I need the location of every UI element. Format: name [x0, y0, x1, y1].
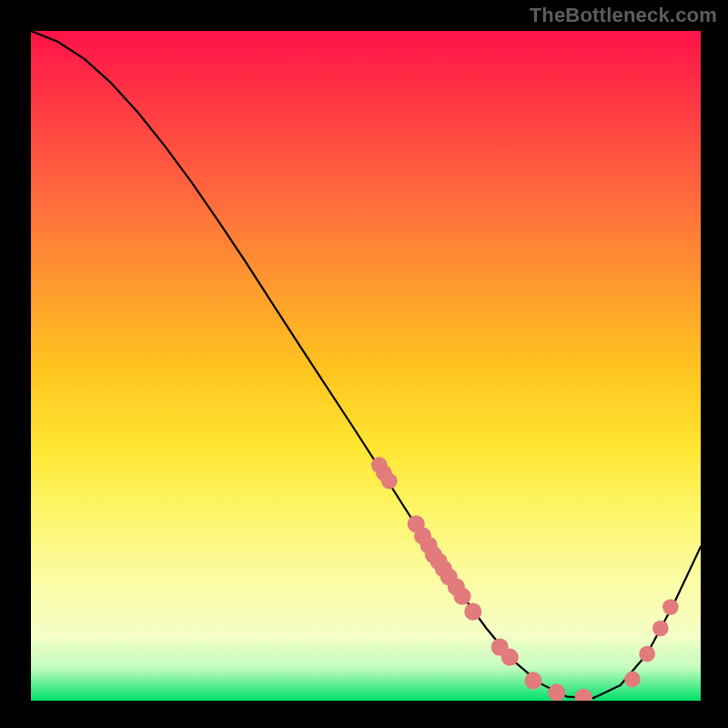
data-marker — [381, 473, 398, 490]
data-marker — [464, 603, 481, 621]
data-markers — [371, 457, 679, 701]
data-marker — [639, 646, 655, 662]
data-marker — [524, 672, 541, 689]
plot-area — [29, 29, 703, 703]
data-marker — [624, 672, 641, 688]
data-marker — [662, 599, 679, 615]
data-marker — [575, 689, 592, 701]
data-marker — [652, 621, 669, 637]
chart-container: TheBottleneck.com — [0, 0, 728, 728]
chart-svg — [31, 31, 701, 701]
watermark-text: TheBottleneck.com — [530, 4, 717, 27]
data-marker — [453, 588, 470, 605]
data-marker — [548, 684, 565, 701]
data-marker — [501, 649, 519, 666]
bottleneck-curve — [31, 31, 701, 698]
